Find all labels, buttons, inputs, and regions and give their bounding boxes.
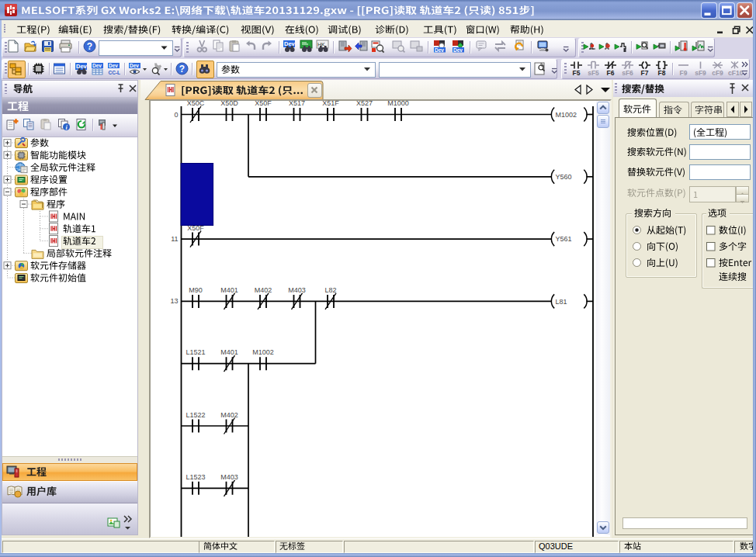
- svg-text:M1000: M1000: [387, 101, 409, 107]
- svg-text:X50F: X50F: [255, 101, 272, 107]
- svg-text:L82: L82: [324, 286, 336, 294]
- svg-text:L81: L81: [556, 298, 567, 306]
- svg-text:Dev: Dev: [453, 47, 463, 53]
- svg-text:M401: M401: [220, 348, 238, 356]
- svg-text:?: ?: [179, 64, 185, 74]
- svg-text:X51F: X51F: [322, 101, 339, 107]
- svg-text:X527: X527: [356, 101, 373, 107]
- svg-text:M1002: M1002: [252, 348, 274, 356]
- svg-text:X50C: X50C: [187, 101, 205, 107]
- svg-text:X50D: X50D: [220, 101, 238, 107]
- svg-text:Dev: Dev: [435, 47, 444, 53]
- svg-text:M1002: M1002: [556, 111, 577, 119]
- svg-text:Dev: Dev: [284, 40, 296, 47]
- svg-text:X517: X517: [289, 101, 305, 107]
- svg-text:Y560: Y560: [556, 173, 572, 181]
- svg-text:0: 0: [174, 111, 178, 119]
- svg-text:M403: M403: [288, 286, 306, 294]
- svg-text:X50F: X50F: [187, 224, 204, 232]
- svg-text:M402: M402: [220, 411, 238, 419]
- svg-text:M402: M402: [255, 286, 272, 294]
- svg-text:M401: M401: [220, 286, 238, 294]
- svg-text:11: 11: [171, 235, 178, 243]
- svg-text:L1523: L1523: [186, 473, 205, 481]
- svg-text:13: 13: [170, 297, 178, 305]
- svg-text:L1522: L1522: [186, 411, 205, 419]
- svg-text:M90: M90: [189, 286, 203, 294]
- svg-text:M403: M403: [220, 473, 238, 481]
- svg-text:Y561: Y561: [556, 235, 572, 243]
- svg-text:L1521: L1521: [186, 348, 205, 356]
